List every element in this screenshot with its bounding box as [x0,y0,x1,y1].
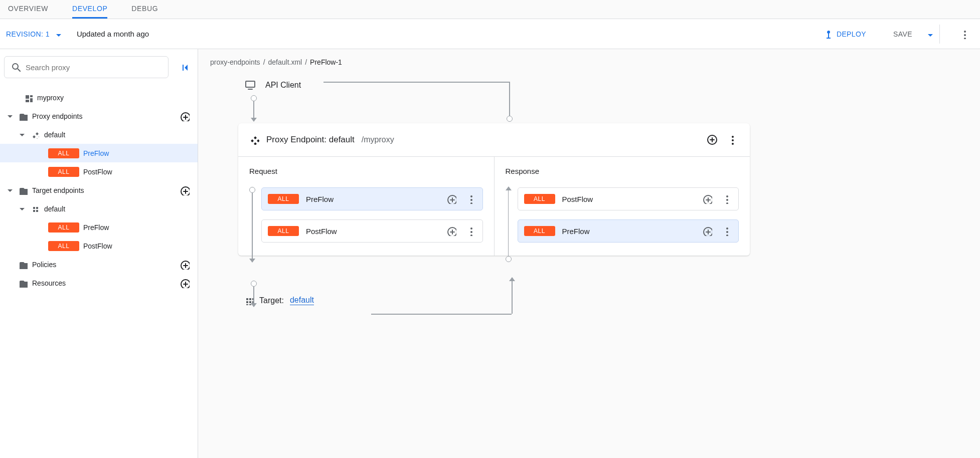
tree-proxy-preflow[interactable]: ALL PreFlow [0,144,198,162]
search-icon [11,62,22,73]
tree-label: default [44,205,192,213]
response-preflow[interactable]: ALL PreFlow [518,219,739,243]
tree-label: Policies [32,261,174,269]
response-column: Response ALL PostFlow [494,157,750,256]
folder-icon [18,112,28,121]
revision-updated: Updated a month ago [77,30,149,38]
all-badge: ALL [48,222,79,233]
endpoint-title: Proxy Endpoint: default [266,135,355,145]
tab-debug[interactable]: DEBUG [131,0,158,19]
tree-proxy-endpoints[interactable]: Proxy endpoints [0,107,198,125]
endpoint-menu[interactable] [726,133,739,146]
flow-name: PostFlow [562,195,695,203]
deploy-icon [823,29,833,39]
breadcrumb-current: PreFlow-1 [310,58,342,66]
deploy-label: DEPLOY [837,30,866,38]
dashboard-icon [23,93,33,102]
flow-name: PostFlow [83,168,112,176]
all-badge: ALL [48,148,79,158]
request-preflow[interactable]: ALL PreFlow [261,187,483,210]
caret-down-icon [53,29,63,39]
collapse-sidebar-button[interactable] [176,62,194,73]
add-step-button[interactable] [701,193,713,205]
add-target-endpoint-button[interactable] [178,185,192,195]
kebab-icon [959,29,969,39]
sidebar: myproxy Proxy endpoints default ALL PreF… [0,49,198,458]
flow-name: PostFlow [83,242,112,250]
chevron-down-icon [17,130,26,140]
tree-target-postflow[interactable]: ALL PostFlow [0,237,198,255]
tree-target-endpoints[interactable]: Target endpoints [0,181,198,199]
canvas: proxy-endpoints/ default.xml/ PreFlow-1 … [198,49,980,458]
tree-proxy-root[interactable]: myproxy [0,88,198,107]
grid-icon [244,296,253,305]
revision-label: REVISION: 1 [6,30,50,38]
search-input[interactable] [5,57,168,78]
target-label: Target: [259,296,284,305]
tree-proxy-default[interactable]: default [0,125,198,144]
chevron-down-icon [5,185,14,195]
flow-name: PreFlow [83,223,109,232]
flow-name: PostFlow [306,227,438,236]
more-menu[interactable] [954,29,974,39]
request-column: Request ALL PreFlow [238,157,494,256]
tree-proxy-postflow[interactable]: ALL PostFlow [0,162,198,181]
add-step-button[interactable] [445,225,457,237]
flow-name: PreFlow [83,149,109,157]
api-client-label: API Client [265,81,301,90]
flow-menu[interactable] [720,193,732,205]
folder-icon [18,260,28,269]
tree-proxy-name: myproxy [37,94,192,102]
flow-menu[interactable] [464,225,476,237]
add-flow-button[interactable] [706,133,719,146]
folder-icon [18,279,28,288]
flow-name: PreFlow [306,195,438,203]
endpoint-path: /myproxy [362,135,394,144]
all-badge: ALL [524,226,555,236]
tree-label: Target endpoints [32,186,174,194]
add-policy-button[interactable] [178,260,192,270]
chevron-down-icon [17,204,26,214]
response-title: Response [506,167,739,175]
all-badge: ALL [268,194,299,204]
add-step-button[interactable] [701,225,713,237]
breadcrumb-item[interactable]: default.xml [268,58,302,66]
response-postflow[interactable]: ALL PostFlow [518,187,739,210]
breadcrumb: proxy-endpoints/ default.xml/ PreFlow-1 [198,49,980,75]
monitor-icon [244,79,256,91]
request-title: Request [249,167,483,175]
proxy-endpoint-card: Proxy Endpoint: default /myproxy Request [238,123,750,256]
chevron-down-icon [5,111,14,121]
caret-down-icon [924,29,934,39]
tree-label: Resources [32,279,174,287]
revision-bar: REVISION: 1 Updated a month ago DEPLOY S… [0,19,980,49]
deploy-button[interactable]: DEPLOY [816,29,872,39]
tree-label: Proxy endpoints [32,112,174,120]
tree-resources[interactable]: Resources [0,274,198,292]
breadcrumb-item[interactable]: proxy-endpoints [210,58,260,66]
save-button[interactable]: SAVE [886,30,919,38]
revision-dropdown[interactable]: REVISION: 1 [6,29,63,39]
tree: myproxy Proxy endpoints default ALL PreF… [0,85,198,292]
all-badge: ALL [48,241,79,251]
endpoint-icon [30,131,40,139]
flow-menu[interactable] [464,193,476,205]
flow-name: PreFlow [562,227,695,236]
folder-icon [18,186,28,195]
target-link[interactable]: default [290,296,314,305]
tab-develop[interactable]: DEVELOP [72,0,107,19]
endpoint-icon [249,135,259,145]
add-step-button[interactable] [445,193,457,205]
request-postflow[interactable]: ALL PostFlow [261,219,483,243]
tree-policies[interactable]: Policies [0,255,198,274]
top-tabs: OVERVIEW DEVELOP DEBUG [0,0,980,19]
flow-menu[interactable] [720,225,732,237]
add-resource-button[interactable] [178,278,192,288]
tab-overview[interactable]: OVERVIEW [8,0,48,19]
all-badge: ALL [48,167,79,177]
add-proxy-endpoint-button[interactable] [178,111,192,121]
save-dropdown[interactable] [919,29,939,39]
collapse-icon [179,62,190,73]
tree-target-default[interactable]: default [0,199,198,218]
tree-target-preflow[interactable]: ALL PreFlow [0,218,198,237]
